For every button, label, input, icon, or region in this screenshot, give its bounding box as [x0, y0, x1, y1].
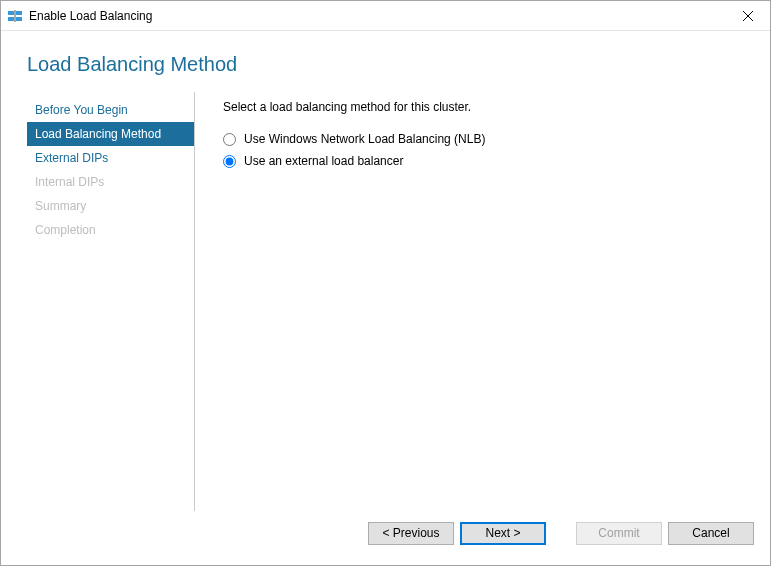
radio-nlb[interactable] — [223, 133, 236, 146]
svg-rect-3 — [16, 17, 22, 21]
instruction-text: Select a load balancing method for this … — [223, 100, 738, 114]
load-balancer-icon — [7, 8, 23, 24]
header-area: Load Balancing Method — [1, 31, 770, 92]
window-title: Enable Load Balancing — [29, 9, 725, 23]
sidebar-item-summary: Summary — [27, 194, 194, 218]
next-button[interactable]: Next > — [460, 522, 546, 545]
sidebar-item-completion: Completion — [27, 218, 194, 242]
sidebar-item-external-dips[interactable]: External DIPs — [27, 146, 194, 170]
close-button[interactable] — [725, 1, 770, 30]
svg-rect-0 — [8, 11, 14, 15]
wizard-footer: < Previous Next > Commit Cancel — [1, 511, 770, 565]
radio-external-label[interactable]: Use an external load balancer — [244, 154, 403, 168]
option-external[interactable]: Use an external load balancer — [223, 154, 738, 168]
titlebar: Enable Load Balancing — [1, 1, 770, 31]
body-area: Before You Begin Load Balancing Method E… — [1, 92, 770, 511]
radio-external[interactable] — [223, 155, 236, 168]
cancel-button[interactable]: Cancel — [668, 522, 754, 545]
sidebar-item-before-you-begin[interactable]: Before You Begin — [27, 98, 194, 122]
wizard-window: Enable Load Balancing Load Balancing Met… — [0, 0, 771, 566]
close-icon — [743, 11, 753, 21]
sidebar-item-internal-dips: Internal DIPs — [27, 170, 194, 194]
sidebar-item-load-balancing-method[interactable]: Load Balancing Method — [27, 122, 194, 146]
svg-rect-1 — [16, 11, 22, 15]
svg-rect-2 — [8, 17, 14, 21]
commit-button: Commit — [576, 522, 662, 545]
previous-button[interactable]: < Previous — [368, 522, 454, 545]
wizard-content: Select a load balancing method for this … — [195, 92, 750, 511]
option-nlb[interactable]: Use Windows Network Load Balancing (NLB) — [223, 132, 738, 146]
page-title: Load Balancing Method — [27, 53, 770, 76]
wizard-sidebar: Before You Begin Load Balancing Method E… — [27, 92, 195, 511]
radio-nlb-label[interactable]: Use Windows Network Load Balancing (NLB) — [244, 132, 485, 146]
